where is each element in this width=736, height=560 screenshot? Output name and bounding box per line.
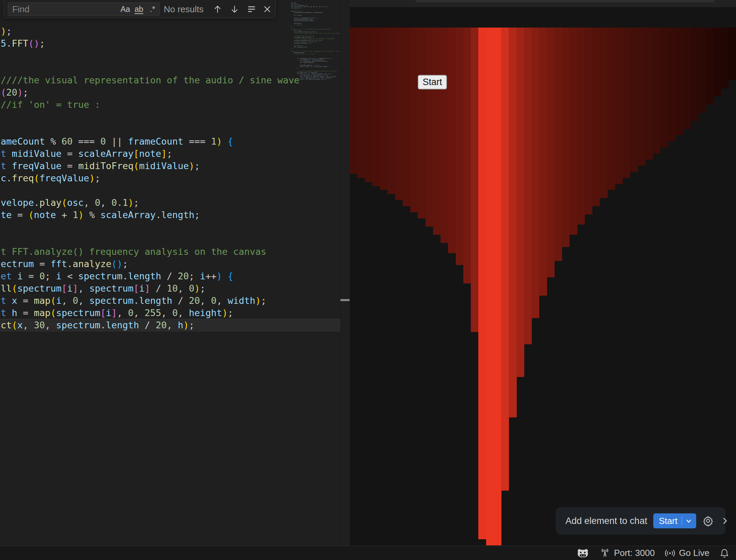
fft-bar (486, 28, 494, 545)
fft-bar (668, 28, 676, 141)
fft-bar (471, 28, 479, 332)
regex-icon[interactable]: .* (146, 5, 159, 14)
minimap[interactable]: let on; let button; let osc, envelope, f… (285, 2, 340, 104)
chat-start-button[interactable]: Start (653, 513, 696, 528)
find-results-label: No results (161, 0, 204, 18)
next-match-button[interactable] (229, 4, 240, 15)
find-in-selection-icon[interactable] (246, 4, 257, 15)
whole-word-icon[interactable]: ab (132, 5, 146, 14)
find-widget[interactable]: Aa ab .* No results (3, 0, 276, 18)
fft-bar (698, 28, 706, 113)
code-line: t h = map(spectrum[i], 0, 255, 0, height… (0, 307, 340, 319)
code-line (0, 123, 340, 135)
fft-bar (539, 28, 547, 296)
go-live-button[interactable]: Go Live (664, 547, 709, 559)
fft-bar (456, 28, 464, 265)
fft-bar (395, 28, 403, 200)
broadcast-icon (664, 547, 676, 559)
gear-icon[interactable] (702, 515, 714, 527)
fft-bar (554, 28, 562, 261)
fft-bar (562, 28, 570, 247)
fft-bar (426, 28, 433, 227)
code-line: t midiValue = scaleArray[note]; (0, 148, 340, 160)
code-line: ll(spectrum[i], spectrum[i] / 10, 0); (0, 282, 340, 295)
previous-match-button[interactable] (212, 4, 223, 15)
find-input-box[interactable]: Aa ab .* (8, 2, 160, 16)
chat-start-label: Start (659, 516, 677, 526)
live-preview-pane: Start Add element to chat Start (350, 0, 736, 546)
split-separator (682, 516, 682, 525)
fft-bar (585, 28, 592, 214)
p5-canvas[interactable]: Start (350, 7, 736, 546)
fft-bar (387, 28, 395, 194)
fft-bar (683, 28, 691, 129)
fft-bar (403, 28, 411, 206)
fft-bar (501, 28, 509, 491)
split-sash[interactable] (340, 0, 350, 546)
chevron-right-icon[interactable] (720, 516, 730, 526)
fft-bar (713, 28, 721, 97)
fft-bar (380, 28, 388, 190)
fft-bar (531, 28, 539, 318)
match-case-icon[interactable]: Aa (118, 5, 132, 14)
code-line: t FFT.analyze() frequency analysis on th… (0, 246, 340, 258)
fft-bar (478, 28, 486, 539)
code-line: velope.play(osc, 0, 0.1); (0, 197, 340, 209)
fft-bar (599, 28, 607, 198)
close-icon[interactable] (262, 4, 273, 15)
fft-bar (706, 28, 714, 105)
code-line: ct(x, 30, spectrum.length / 20, h); (0, 319, 340, 331)
notifications-bell-icon[interactable] (719, 548, 730, 559)
fft-bar (516, 28, 524, 377)
fft-bar (524, 28, 532, 344)
sash-drag-handle[interactable] (340, 299, 350, 301)
radio-tower-icon (599, 547, 611, 559)
code-line (0, 221, 340, 233)
code-line (0, 111, 340, 123)
fft-bar (448, 28, 456, 253)
go-live-label: Go Live (679, 548, 709, 558)
fft-bar (729, 28, 736, 80)
code-line: ectrum = fft.analyze(); (0, 258, 340, 270)
fft-bar (365, 28, 373, 182)
code-line: t x = map(i, 0, spectrum.length / 20, 0,… (0, 295, 340, 307)
chevron-down-icon[interactable] (685, 517, 693, 525)
sketch-start-button[interactable]: Start (418, 75, 447, 89)
fft-bar (509, 28, 516, 417)
fft-bar (410, 28, 418, 212)
fft-bar (357, 28, 365, 178)
fft-bar (569, 28, 577, 235)
fft-bar (577, 28, 585, 225)
fft-bar (592, 28, 600, 206)
fft-bar (441, 28, 448, 243)
fft-bar (615, 28, 623, 184)
port-status[interactable]: Port: 3000 (599, 547, 655, 559)
fft-bar (547, 28, 555, 277)
fft-bar (350, 28, 357, 174)
code-line: te = (note + 1) % scaleArray.length; (0, 209, 340, 221)
fft-bar (675, 28, 683, 135)
code-line: et i = 0; i < spectrum.length / 20; i++)… (0, 270, 340, 282)
fft-bar (463, 28, 471, 283)
fft-bar (494, 28, 501, 545)
minimap-code: let on; let button; let osc, envelope, f… (285, 2, 340, 84)
code-line (0, 184, 340, 197)
fft-bar (638, 28, 645, 166)
port-label: Port: 3000 (614, 548, 655, 558)
fft-bar (653, 28, 660, 153)
fft-bar (607, 28, 615, 190)
code-line: c.freq(freqValue); (0, 172, 340, 184)
fft-bar (660, 28, 668, 147)
code-line: ameCount % 60 === 0 || frameCount === 1)… (0, 135, 340, 148)
fft-bar (721, 28, 729, 88)
code-line (0, 233, 340, 246)
find-input[interactable] (8, 4, 118, 15)
fft-bar (622, 28, 630, 178)
preview-toolbar-edge (416, 0, 714, 2)
fft-bar (418, 28, 426, 218)
code-line: t freqValue = midiToFreq(midiValue); (0, 160, 340, 172)
extension-monkey-icon[interactable] (576, 548, 590, 559)
fft-bar (645, 28, 653, 160)
status-bar: Port: 3000 Go Live (0, 546, 736, 560)
fft-bar (630, 28, 638, 172)
